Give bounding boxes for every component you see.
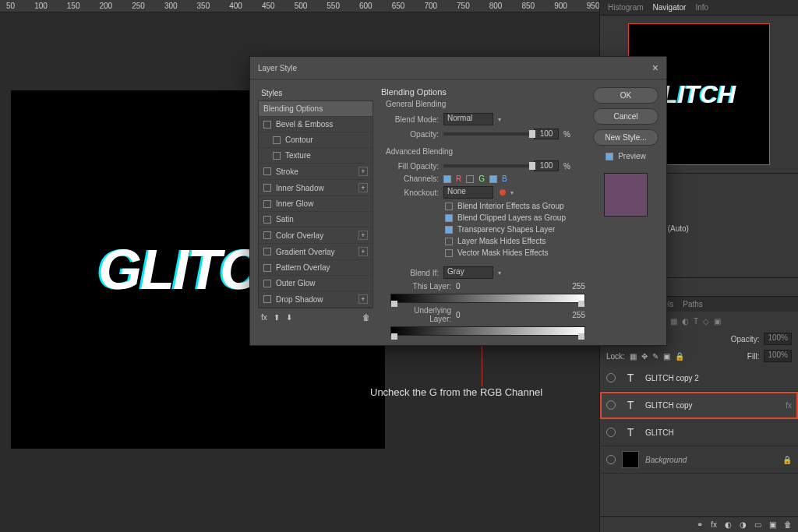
style-item[interactable]: Outer Glow: [259, 276, 373, 291]
style-item[interactable]: Bevel & Emboss: [259, 117, 373, 132]
lock-position-icon[interactable]: ✥: [641, 352, 648, 361]
layer-fill-value[interactable]: 100%: [764, 350, 792, 362]
fill-opacity-value[interactable]: 100: [534, 160, 559, 171]
dialog-titlebar[interactable]: Layer Style ×: [250, 57, 666, 79]
blend-if-select[interactable]: Gray: [443, 266, 493, 279]
style-item[interactable]: Pattern Overlay: [259, 260, 373, 276]
adv-checkbox[interactable]: [445, 249, 453, 257]
layer-thumb[interactable]: [622, 424, 639, 441]
style-checkbox[interactable]: [263, 231, 271, 239]
style-checkbox[interactable]: [263, 280, 271, 287]
layer-row[interactable]: GLITCH: [600, 419, 798, 446]
visibility-icon[interactable]: [606, 455, 616, 464]
filter-pixel-icon[interactable]: ▦: [670, 317, 677, 326]
adv-checkbox[interactable]: [445, 214, 453, 222]
layer-name[interactable]: Background: [645, 456, 687, 464]
style-item[interactable]: Gradient Overlay+: [259, 244, 373, 260]
style-checkbox[interactable]: [263, 264, 271, 272]
style-label: Drop Shadow: [276, 295, 323, 304]
adv-checkbox[interactable]: [445, 203, 453, 210]
new-layer-icon[interactable]: ▣: [769, 520, 776, 529]
nav-tab-info[interactable]: Info: [695, 3, 708, 12]
link-layers-icon[interactable]: ⚭: [697, 520, 703, 529]
channel-g-checkbox[interactable]: [466, 175, 474, 183]
layer-thumb[interactable]: [622, 369, 639, 386]
filter-text-icon[interactable]: T: [694, 317, 698, 326]
add-effect-icon[interactable]: +: [358, 247, 368, 256]
visibility-icon[interactable]: [606, 428, 616, 437]
mask-icon[interactable]: ◐: [725, 520, 732, 529]
fx-icon[interactable]: fx: [711, 520, 717, 529]
style-label: Gradient Overlay: [276, 248, 335, 256]
style-trash-icon[interactable]: 🗑: [362, 313, 370, 322]
layer-row[interactable]: GLITCH copy 2: [600, 365, 798, 392]
style-item[interactable]: Stroke+: [259, 164, 373, 180]
this-layer-gradient[interactable]: [390, 294, 585, 303]
visibility-icon[interactable]: [606, 373, 616, 382]
layer-row[interactable]: Background🔒: [600, 446, 798, 474]
nav-tab-histogram[interactable]: Histogram: [608, 3, 644, 12]
preview-checkbox[interactable]: [606, 153, 613, 160]
style-down-icon[interactable]: ⬇: [286, 313, 292, 322]
style-item[interactable]: Blending Options: [259, 101, 373, 117]
channel-r-label: R: [456, 174, 461, 183]
style-up-icon[interactable]: ⬆: [274, 313, 280, 322]
add-effect-icon[interactable]: +: [358, 294, 368, 304]
nav-tab-navigator[interactable]: Navigator: [653, 3, 687, 12]
layer-opacity-value[interactable]: 100%: [764, 333, 792, 345]
ok-button[interactable]: OK: [593, 87, 659, 104]
cancel-button[interactable]: Cancel: [593, 108, 659, 125]
style-checkbox[interactable]: [263, 167, 271, 175]
lock-artboard-icon[interactable]: ▣: [663, 352, 670, 361]
style-item[interactable]: Contour: [259, 132, 373, 148]
close-icon[interactable]: ×: [652, 62, 659, 74]
style-checkbox[interactable]: [263, 295, 271, 303]
opacity-slider[interactable]: [443, 132, 529, 136]
style-checkbox[interactable]: [273, 152, 281, 160]
layer-name[interactable]: GLITCH copy 2: [645, 374, 699, 382]
layer-row[interactable]: GLITCH copyfx: [600, 392, 798, 419]
filter-smart-icon[interactable]: ▣: [714, 317, 721, 326]
adjustment-icon[interactable]: ◑: [740, 520, 747, 529]
style-item[interactable]: Texture: [259, 148, 373, 164]
style-checkbox[interactable]: [273, 136, 281, 144]
visibility-icon[interactable]: [606, 400, 616, 410]
layer-name[interactable]: GLITCH: [645, 428, 674, 437]
group-icon[interactable]: ▭: [754, 520, 761, 529]
add-effect-icon[interactable]: +: [358, 183, 368, 192]
layer-thumb[interactable]: [622, 396, 639, 414]
adv-checkbox[interactable]: [445, 238, 453, 245]
style-checkbox[interactable]: [263, 121, 271, 129]
filter-adjust-icon[interactable]: ◐: [682, 317, 689, 326]
style-item[interactable]: Inner Shadow+: [259, 180, 373, 196]
adv-checkbox[interactable]: [445, 226, 453, 234]
layers-tab-paths[interactable]: Paths: [683, 300, 703, 308]
layer-fx-icon[interactable]: fx: [786, 401, 792, 410]
filter-shape-icon[interactable]: ◇: [703, 317, 709, 326]
lock-brush-icon[interactable]: ✎: [652, 352, 659, 361]
add-effect-icon[interactable]: +: [358, 231, 368, 240]
add-effect-icon[interactable]: +: [358, 167, 368, 176]
style-item[interactable]: Inner Glow: [259, 196, 373, 212]
fx-label[interactable]: fx: [261, 313, 267, 322]
lock-pixels-icon[interactable]: ▦: [630, 352, 637, 361]
blend-mode-select[interactable]: Normal: [443, 113, 493, 125]
channel-b-checkbox[interactable]: [489, 175, 497, 183]
opacity-value[interactable]: 100: [534, 129, 559, 139]
style-checkbox[interactable]: [263, 184, 271, 192]
style-checkbox[interactable]: [263, 248, 271, 255]
style-checkbox[interactable]: [263, 216, 271, 224]
fill-opacity-slider[interactable]: [443, 164, 529, 167]
channel-r-checkbox[interactable]: [443, 175, 451, 183]
knockout-select[interactable]: None: [443, 186, 493, 199]
style-checkbox[interactable]: [263, 200, 271, 208]
layer-thumb[interactable]: [622, 451, 639, 468]
new-style-button[interactable]: New Style...: [593, 129, 659, 146]
style-item[interactable]: Color Overlay+: [259, 227, 373, 244]
style-item[interactable]: Drop Shadow+: [259, 291, 373, 308]
style-item[interactable]: Satin: [259, 212, 373, 227]
layer-name[interactable]: GLITCH copy: [645, 401, 693, 410]
underlying-gradient[interactable]: [390, 326, 585, 336]
trash-icon[interactable]: 🗑: [784, 520, 792, 529]
lock-all-icon[interactable]: 🔒: [675, 352, 684, 361]
